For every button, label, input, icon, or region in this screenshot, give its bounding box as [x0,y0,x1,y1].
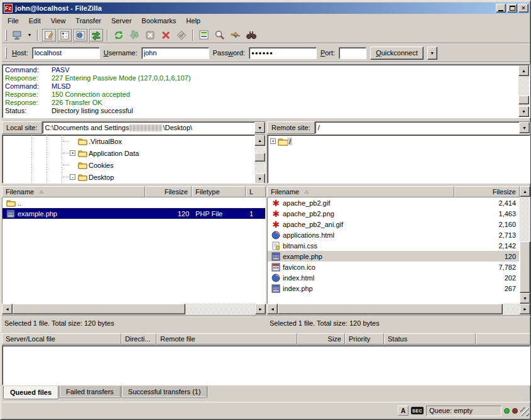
minimize-button[interactable] [496,4,506,13]
tab-queued-files[interactable]: Queued files [3,386,58,399]
maximize-button[interactable] [507,4,517,13]
disconnect-icon[interactable] [159,29,173,41]
column-header-direction[interactable]: Directi... [121,333,156,345]
file-row-example-php[interactable]: example.php 120 [268,251,519,262]
file-row[interactable]: applications.html 2,713 [268,229,519,240]
menu-bookmarks[interactable]: Bookmarks [136,16,181,26]
file-row[interactable]: ✱apache_pb2.png 1,463 [268,208,519,219]
process-queue-icon[interactable] [128,29,141,41]
column-header-remote-file[interactable]: Remote file [156,333,297,345]
file-row-example-php[interactable]: example.php 120 PHP File 1 [3,208,265,219]
scroll-thumb[interactable] [13,304,185,314]
column-header-filetype[interactable]: Filetype [192,186,246,197]
file-row[interactable]: index.html 202 [268,272,519,283]
file-row[interactable]: favicon.ico 7,782 [268,262,519,272]
tab-failed-transfers[interactable]: Failed transfers [59,386,121,398]
column-header-filesize[interactable]: Filesize [145,186,192,197]
apply-icon[interactable] [175,29,189,41]
scroll-thumb[interactable] [278,304,503,314]
tab-successful-transfers[interactable]: Successful transfers (1) [121,386,208,398]
file-row[interactable]: ✱apache_pb2.gif 2,414 [268,197,519,208]
menu-help[interactable]: Help [181,16,205,26]
column-header-size[interactable]: Size [297,333,345,345]
remote-site-combo[interactable]: / ▼ [315,121,530,134]
chevron-down-icon[interactable]: ▼ [255,122,265,133]
title-bar[interactable]: Fz john@localhost - FileZilla ✕ [3,3,530,14]
local-hscrollbar[interactable]: ◄ ► [2,304,266,314]
host-label: Host: [12,49,28,57]
scroll-up-icon[interactable]: ▲ [520,186,530,197]
host-input[interactable] [32,47,100,59]
tree-item-root[interactable]: + / [268,135,530,147]
filter-icon[interactable] [244,29,258,41]
site-manager-dropdown-icon[interactable]: ▼ [26,29,33,41]
tree-item-cookies[interactable]: Cookies [3,159,265,171]
quickconnect-button[interactable]: Quickconnect [370,47,424,60]
scroll-up-icon[interactable]: ▲ [255,135,265,146]
log-line: Status:Directory listing successful [5,107,517,115]
column-header-filesize[interactable]: Filesize [454,186,520,197]
scroll-right-icon[interactable]: ► [520,304,530,314]
scroll-down-icon[interactable]: ▼ [520,293,530,304]
scroll-thumb[interactable] [518,96,529,104]
chevron-down-icon[interactable]: ▼ [519,122,530,133]
column-header-server-local-file[interactable]: Server/Local file [2,333,121,345]
menu-server[interactable]: Server [106,16,136,26]
column-header-filename[interactable]: Filename [267,186,454,197]
find-files-icon[interactable] [213,29,227,41]
scroll-down-icon[interactable]: ▼ [255,174,265,184]
scroll-thumb[interactable] [255,153,265,162]
quickconnect-bar: Host: Username: Password: Port: Quickcon… [3,44,530,62]
scroll-up-icon[interactable]: ▲ [518,65,529,76]
remote-root-label[interactable]: / [288,138,292,145]
file-row-parent-dir[interactable]: .. [3,197,265,208]
column-header-priority[interactable]: Priority [345,333,384,345]
scroll-thumb[interactable] [520,241,530,293]
file-row[interactable]: ✱apache_pb2_ani.gif 2,160 [268,219,519,229]
file-row[interactable]: bitnami.css 2,142 [268,240,519,251]
toggle-transfer-queue-icon[interactable] [89,29,103,41]
username-input[interactable] [141,47,209,59]
scroll-left-icon[interactable]: ◄ [267,304,278,314]
queue-list[interactable] [2,345,530,385]
site-manager-icon[interactable] [10,29,24,41]
password-input[interactable] [249,47,317,59]
log-line: Response:226 Transfer OK [5,99,517,107]
quickconnect-grip[interactable] [5,47,7,58]
toolbar-grip[interactable] [5,30,7,41]
synchronized-browsing-icon[interactable] [229,29,243,41]
tree-item-application-data[interactable]: + Application Data [3,147,265,159]
tree-item-virtualbox[interactable]: .VirtualBox [3,135,265,147]
local-site-combo[interactable]: C:\Documents and Settings\Desktop\ ▼ [42,121,266,134]
tree-item-desktop[interactable]: - Desktop [3,171,265,183]
file-row[interactable]: index.php 267 [268,283,519,294]
scroll-down-icon[interactable]: ▼ [518,106,529,117]
column-header-filename[interactable]: Filename [2,186,145,197]
close-button[interactable]: ✕ [518,4,528,13]
transfer-type-indicator[interactable]: A [398,406,408,416]
expander-plus-icon[interactable]: + [70,150,75,156]
refresh-icon[interactable] [112,29,126,41]
menu-edit[interactable]: Edit [24,16,46,26]
resize-grip[interactable] [520,407,529,416]
toggle-remote-tree-icon[interactable] [74,29,87,41]
port-input[interactable] [339,47,366,59]
log-scrollbar[interactable]: ▲ ▼ [518,65,529,117]
scroll-right-icon[interactable]: ► [255,304,266,314]
quickconnect-dropdown-icon[interactable]: ▼ [427,47,437,60]
toggle-message-log-icon[interactable] [42,29,56,41]
column-header-lastmodified[interactable]: L [246,186,266,197]
directory-comparison-icon[interactable] [197,29,211,41]
cancel-operation-icon[interactable] [143,29,157,41]
remote-list-scrollbar[interactable]: ▲ ▼ [520,186,530,304]
column-header-status[interactable]: Status [384,333,476,345]
expander-minus-icon[interactable]: - [70,174,75,180]
remote-hscrollbar[interactable]: ◄ ► [267,304,530,314]
menu-file[interactable]: File [3,16,24,26]
expander-plus-icon[interactable]: + [270,138,276,144]
menu-transfer[interactable]: Transfer [70,16,106,26]
local-tree-scrollbar[interactable]: ▲ ▼ [255,135,265,184]
menu-view[interactable]: View [46,16,71,26]
toggle-local-tree-icon[interactable] [58,29,72,41]
scroll-left-icon[interactable]: ◄ [2,304,13,314]
